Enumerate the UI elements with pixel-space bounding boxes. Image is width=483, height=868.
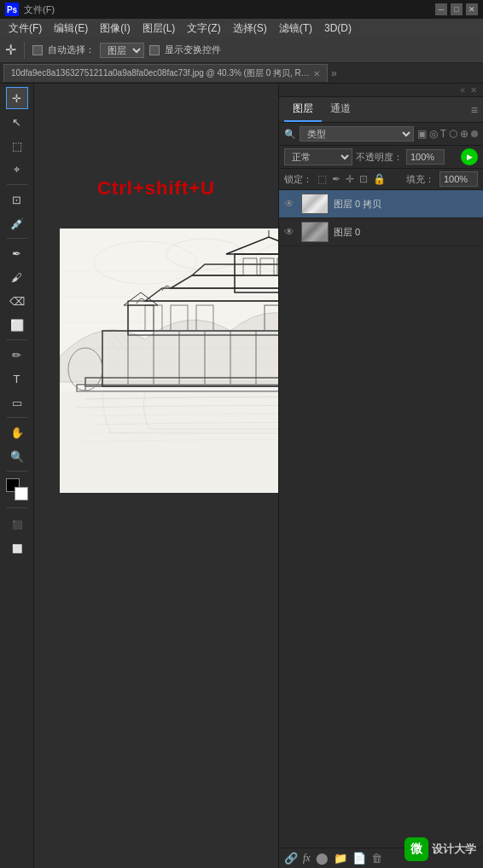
brush-tool[interactable]: 🖌	[6, 266, 28, 288]
menu-select[interactable]: 选择(S)	[228, 20, 272, 38]
marquee-tool[interactable]: ⬚	[6, 135, 28, 157]
move-tool-icon[interactable]: ✛	[5, 42, 16, 58]
panel-menu-icon[interactable]: ≡	[471, 103, 478, 117]
layer-1-visibility-icon[interactable]: 👁	[284, 198, 296, 210]
auto-select-checkbox[interactable]	[32, 45, 43, 55]
search-icon: 🔍	[284, 129, 296, 140]
opacity-input[interactable]: 100%	[406, 149, 445, 165]
sketch-canvas	[60, 229, 278, 493]
layer-dropdown[interactable]: 图层	[100, 43, 144, 58]
layer-2-visibility-icon[interactable]: 👁	[284, 226, 296, 238]
panel-collapse-left[interactable]: «	[457, 85, 468, 95]
menu-bar: 文件(F) 编辑(E) 图像(I) 图层(L) 文字(Z) 选择(S) 滤镜(T…	[0, 19, 483, 38]
tab-bar: 10dfa9ec8a13632751211a0a9a8fa0ec08fac73f…	[0, 63, 483, 84]
lock-paint-icon[interactable]: ✒	[332, 173, 340, 185]
mask-mode[interactable]: ⬛	[6, 513, 28, 535]
tool-sep-1	[7, 184, 27, 185]
auto-select-label: 自动选择：	[48, 43, 95, 56]
new-fill-layer-button[interactable]: ⬤	[316, 852, 329, 865]
crop-tool[interactable]: ⊡	[6, 188, 28, 211]
title-bar: Ps 文件(F) ─ □ ✕	[0, 0, 483, 19]
delete-layer-button[interactable]: 🗑	[371, 852, 382, 865]
menu-text[interactable]: 文字(Z)	[182, 20, 225, 38]
adjustment-filter-icon[interactable]: ◎	[429, 128, 438, 140]
shape-filter-icon[interactable]: ⬡	[449, 128, 457, 140]
left-toolbar: ✛ ↖ ⬚ ⌖ ⊡ 💉 ✒ 🖌 ⌫ ⬜ ✏ T ▭ ✋ 🔍 ⬛ ⬜	[0, 84, 34, 868]
background-color[interactable]	[15, 487, 28, 501]
title-text: 文件(F)	[24, 3, 430, 16]
pixel-filter-icon[interactable]: ▣	[417, 128, 427, 140]
text-tool[interactable]: T	[6, 367, 28, 390]
toolbar-sep-1	[24, 42, 25, 59]
watermark-icon: 微	[404, 837, 428, 861]
shape-tool[interactable]: ▭	[6, 391, 28, 414]
transform-checkbox[interactable]	[149, 45, 160, 55]
lock-transparent-icon[interactable]: ⬚	[317, 173, 327, 185]
filter-icons: ▣ ◎ T ⬡ ⊕	[417, 128, 478, 140]
tool-sep-3	[7, 339, 27, 340]
watermark: 微 设计大学	[404, 837, 476, 861]
layers-panel-header: 图层 通道 ≡	[279, 97, 483, 123]
layers-empty-space	[279, 246, 483, 848]
pen-tool[interactable]: ✏	[6, 344, 28, 366]
active-tab[interactable]: 10dfa9ec8a13632751211a0a9a8fa0ec08fac73f…	[3, 64, 328, 82]
layer-row-copy[interactable]: 👁 图层 0 拷贝	[279, 190, 483, 218]
fill-tool[interactable]: ⬜	[6, 314, 28, 336]
menu-layer[interactable]: 图层(L)	[137, 20, 181, 38]
new-group-button[interactable]: 📁	[334, 852, 347, 865]
eyedropper-tool[interactable]: 💉	[6, 212, 28, 234]
lock-all-icon[interactable]: 🔒	[373, 173, 386, 185]
blend-mode-row: 正常 不透明度： 100% ▶	[279, 146, 483, 169]
panel-tabs: 图层 通道	[284, 97, 359, 122]
tab-channels[interactable]: 通道	[322, 97, 359, 122]
tab-close-button[interactable]: ✕	[313, 69, 320, 78]
menu-filter[interactable]: 滤镜(T)	[274, 20, 317, 38]
heal-tool[interactable]: ✒	[6, 242, 28, 264]
cursor-indicator: ▶	[461, 148, 478, 165]
lock-label: 锁定：	[284, 173, 312, 186]
move-tool[interactable]: ✛	[6, 87, 28, 109]
layer-row-base[interactable]: 👁 图层 0	[279, 218, 483, 246]
layer-2-name: 图层 0	[334, 226, 478, 239]
screen-mode[interactable]: ⬜	[6, 537, 28, 559]
layer-2-thumbnail	[301, 222, 329, 242]
smart-filter-icon[interactable]: ⊕	[460, 128, 468, 140]
tool-sep-6	[7, 507, 27, 508]
tab-layers[interactable]: 图层	[284, 97, 322, 122]
layer-fx-button[interactable]: fx	[303, 852, 311, 865]
text-filter-icon[interactable]: T	[440, 128, 446, 140]
lock-artboard-icon[interactable]: ⊡	[359, 173, 368, 185]
close-button[interactable]: ✕	[466, 3, 478, 15]
building-svg	[60, 229, 278, 493]
kind-filter-dropdown[interactable]: 类型	[300, 126, 414, 142]
menu-edit[interactable]: 编辑(E)	[49, 20, 93, 38]
right-panel: « ✕ 图层 通道 ≡ 🔍 类型 ▣ ◎ T ⬡ ⊕	[278, 84, 483, 868]
maximize-button[interactable]: □	[451, 3, 463, 15]
tool-sep-5	[7, 471, 27, 472]
minimize-button[interactable]: ─	[435, 3, 447, 15]
fill-label: 填充：	[406, 173, 434, 186]
lock-position-icon[interactable]: ✛	[346, 173, 354, 185]
panel-controls: « ✕	[279, 84, 483, 97]
hand-tool[interactable]: ✋	[6, 421, 28, 443]
fill-input[interactable]: 100%	[439, 171, 478, 187]
menu-file[interactable]: 文件(F)	[3, 20, 47, 38]
blend-mode-dropdown[interactable]: 正常	[284, 148, 352, 165]
canvas-area: Ctrl+shift+U	[34, 84, 278, 868]
tab-overflow-arrow[interactable]: »	[328, 67, 340, 79]
panel-close[interactable]: ✕	[468, 85, 480, 95]
zoom-tool[interactable]: 🔍	[6, 445, 28, 467]
select-tool[interactable]: ↖	[6, 111, 28, 133]
color-picker[interactable]	[6, 478, 28, 501]
menu-3d[interactable]: 3D(D)	[319, 20, 357, 36]
new-layer-button[interactable]: 📄	[352, 852, 366, 865]
main-layout: ✛ ↖ ⬚ ⌖ ⊡ 💉 ✒ 🖌 ⌫ ⬜ ✏ T ▭ ✋ 🔍 ⬛ ⬜ Ctrl+	[0, 84, 483, 868]
eraser-tool[interactable]: ⌫	[6, 290, 28, 312]
menu-image[interactable]: 图像(I)	[95, 20, 135, 38]
window-controls: ─ □ ✕	[435, 3, 478, 15]
tool-sep-4	[7, 417, 27, 418]
app-icon: Ps	[5, 3, 19, 16]
options-toolbar: ✛ 自动选择： 图层 显示变换控件	[0, 38, 483, 63]
lasso-tool[interactable]: ⌖	[6, 159, 28, 181]
link-layers-button[interactable]: 🔗	[284, 852, 298, 865]
